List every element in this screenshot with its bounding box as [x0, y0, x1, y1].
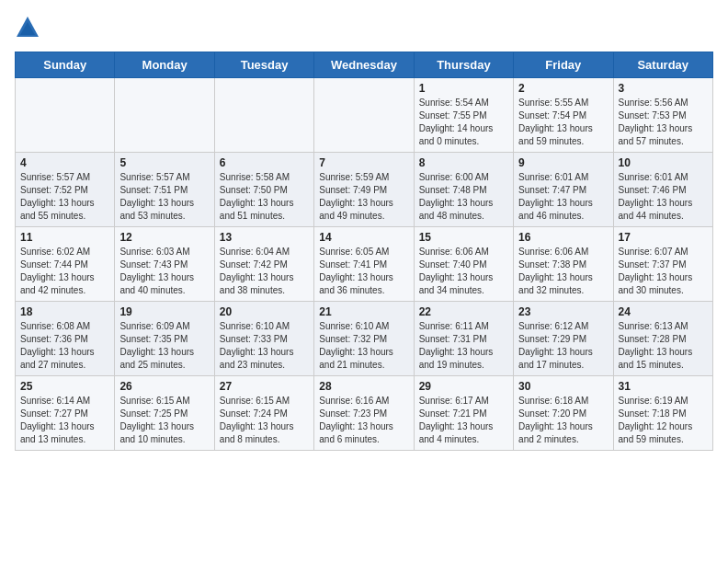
day-info: Sunrise: 6:08 AM Sunset: 7:36 PM Dayligh… — [20, 320, 109, 372]
day-number: 12 — [119, 231, 209, 244]
page-header — [15, 15, 713, 40]
day-number: 2 — [518, 82, 608, 95]
day-info: Sunrise: 6:06 AM Sunset: 7:38 PM Dayligh… — [518, 246, 608, 297]
calendar-cell: 15Sunrise: 6:06 AM Sunset: 7:40 PM Dayli… — [414, 227, 513, 302]
calendar-table: SundayMondayTuesdayWednesdayThursdayFrid… — [15, 52, 713, 451]
calendar-cell — [314, 78, 414, 153]
calendar-cell: 29Sunrise: 6:17 AM Sunset: 7:21 PM Dayli… — [414, 376, 513, 451]
calendar-cell: 30Sunrise: 6:18 AM Sunset: 7:20 PM Dayli… — [514, 376, 613, 451]
day-number: 21 — [319, 305, 408, 318]
day-number: 9 — [518, 156, 608, 169]
day-number: 13 — [220, 231, 309, 244]
day-number: 18 — [20, 305, 109, 318]
day-info: Sunrise: 6:15 AM Sunset: 7:25 PM Dayligh… — [119, 395, 209, 446]
day-of-week-header: Wednesday — [314, 52, 414, 78]
logo — [15, 15, 44, 40]
calendar-cell: 13Sunrise: 6:04 AM Sunset: 7:42 PM Dayli… — [214, 227, 313, 302]
day-info: Sunrise: 6:10 AM Sunset: 7:33 PM Dayligh… — [220, 320, 309, 372]
calendar-cell: 8Sunrise: 6:00 AM Sunset: 7:48 PM Daylig… — [414, 153, 513, 227]
day-of-week-header: Monday — [115, 52, 214, 78]
day-number: 20 — [220, 305, 309, 318]
day-info: Sunrise: 6:12 AM Sunset: 7:29 PM Dayligh… — [518, 320, 608, 372]
day-number: 31 — [619, 380, 708, 393]
calendar-cell: 10Sunrise: 6:01 AM Sunset: 7:46 PM Dayli… — [613, 153, 712, 227]
calendar-cell — [115, 78, 214, 153]
calendar-cell — [16, 78, 115, 153]
calendar-cell: 26Sunrise: 6:15 AM Sunset: 7:25 PM Dayli… — [115, 376, 214, 451]
calendar-cell: 25Sunrise: 6:14 AM Sunset: 7:27 PM Dayli… — [16, 376, 115, 451]
day-info: Sunrise: 6:01 AM Sunset: 7:47 PM Dayligh… — [518, 171, 608, 223]
day-number: 19 — [119, 305, 209, 318]
day-number: 25 — [20, 380, 109, 393]
day-info: Sunrise: 6:18 AM Sunset: 7:20 PM Dayligh… — [518, 395, 608, 446]
day-info: Sunrise: 6:10 AM Sunset: 7:32 PM Dayligh… — [319, 320, 408, 372]
day-info: Sunrise: 5:59 AM Sunset: 7:49 PM Dayligh… — [319, 171, 408, 223]
calendar-cell: 3Sunrise: 5:56 AM Sunset: 7:53 PM Daylig… — [613, 78, 712, 153]
day-number: 1 — [419, 82, 508, 95]
day-number: 3 — [619, 82, 708, 95]
day-info: Sunrise: 6:04 AM Sunset: 7:42 PM Dayligh… — [220, 246, 309, 297]
calendar-cell: 12Sunrise: 6:03 AM Sunset: 7:43 PM Dayli… — [115, 227, 214, 302]
day-number: 14 — [319, 231, 408, 244]
calendar-cell: 9Sunrise: 6:01 AM Sunset: 7:47 PM Daylig… — [514, 153, 613, 227]
day-number: 23 — [518, 305, 608, 318]
calendar-cell: 24Sunrise: 6:13 AM Sunset: 7:28 PM Dayli… — [613, 302, 712, 376]
day-number: 16 — [518, 231, 608, 244]
day-of-week-header: Thursday — [414, 52, 513, 78]
day-info: Sunrise: 6:09 AM Sunset: 7:35 PM Dayligh… — [119, 320, 209, 372]
day-info: Sunrise: 6:17 AM Sunset: 7:21 PM Dayligh… — [419, 395, 508, 446]
day-info: Sunrise: 6:03 AM Sunset: 7:43 PM Dayligh… — [119, 246, 209, 297]
day-of-week-header: Saturday — [613, 52, 712, 78]
day-number: 24 — [619, 305, 708, 318]
day-number: 5 — [119, 156, 209, 169]
day-number: 26 — [119, 380, 209, 393]
calendar-cell: 18Sunrise: 6:08 AM Sunset: 7:36 PM Dayli… — [16, 302, 115, 376]
calendar-cell: 21Sunrise: 6:10 AM Sunset: 7:32 PM Dayli… — [314, 302, 414, 376]
calendar-cell: 16Sunrise: 6:06 AM Sunset: 7:38 PM Dayli… — [514, 227, 613, 302]
calendar-cell: 1Sunrise: 5:54 AM Sunset: 7:55 PM Daylig… — [414, 78, 513, 153]
calendar-cell: 11Sunrise: 6:02 AM Sunset: 7:44 PM Dayli… — [16, 227, 115, 302]
day-info: Sunrise: 6:02 AM Sunset: 7:44 PM Dayligh… — [20, 246, 109, 297]
day-info: Sunrise: 5:57 AM Sunset: 7:51 PM Dayligh… — [119, 171, 209, 223]
day-number: 8 — [419, 156, 508, 169]
day-number: 22 — [419, 305, 508, 318]
day-number: 4 — [20, 156, 109, 169]
day-number: 15 — [419, 231, 508, 244]
day-of-week-header: Sunday — [16, 52, 115, 78]
day-number: 17 — [619, 231, 708, 244]
day-info: Sunrise: 6:00 AM Sunset: 7:48 PM Dayligh… — [419, 171, 508, 223]
day-info: Sunrise: 5:57 AM Sunset: 7:52 PM Dayligh… — [20, 171, 109, 223]
calendar-cell: 23Sunrise: 6:12 AM Sunset: 7:29 PM Dayli… — [514, 302, 613, 376]
calendar-cell: 6Sunrise: 5:58 AM Sunset: 7:50 PM Daylig… — [214, 153, 313, 227]
logo-icon — [15, 15, 40, 40]
day-info: Sunrise: 6:07 AM Sunset: 7:37 PM Dayligh… — [619, 246, 708, 297]
day-info: Sunrise: 5:56 AM Sunset: 7:53 PM Dayligh… — [619, 97, 708, 148]
calendar-cell: 14Sunrise: 6:05 AM Sunset: 7:41 PM Dayli… — [314, 227, 414, 302]
day-info: Sunrise: 6:13 AM Sunset: 7:28 PM Dayligh… — [619, 320, 708, 372]
calendar-cell: 19Sunrise: 6:09 AM Sunset: 7:35 PM Dayli… — [115, 302, 214, 376]
day-info: Sunrise: 6:01 AM Sunset: 7:46 PM Dayligh… — [619, 171, 708, 223]
day-number: 27 — [220, 380, 309, 393]
day-info: Sunrise: 5:55 AM Sunset: 7:54 PM Dayligh… — [518, 97, 608, 148]
day-of-week-header: Friday — [514, 52, 613, 78]
calendar-cell: 27Sunrise: 6:15 AM Sunset: 7:24 PM Dayli… — [214, 376, 313, 451]
day-number: 30 — [518, 380, 608, 393]
day-info: Sunrise: 5:58 AM Sunset: 7:50 PM Dayligh… — [220, 171, 309, 223]
day-info: Sunrise: 6:06 AM Sunset: 7:40 PM Dayligh… — [419, 246, 508, 297]
calendar-cell: 4Sunrise: 5:57 AM Sunset: 7:52 PM Daylig… — [16, 153, 115, 227]
day-info: Sunrise: 6:16 AM Sunset: 7:23 PM Dayligh… — [319, 395, 408, 446]
day-info: Sunrise: 6:15 AM Sunset: 7:24 PM Dayligh… — [220, 395, 309, 446]
day-of-week-header: Tuesday — [214, 52, 313, 78]
calendar-cell: 20Sunrise: 6:10 AM Sunset: 7:33 PM Dayli… — [214, 302, 313, 376]
calendar-cell — [214, 78, 313, 153]
calendar-cell: 22Sunrise: 6:11 AM Sunset: 7:31 PM Dayli… — [414, 302, 513, 376]
day-number: 10 — [619, 156, 708, 169]
day-number: 29 — [419, 380, 508, 393]
day-info: Sunrise: 5:54 AM Sunset: 7:55 PM Dayligh… — [419, 97, 508, 148]
day-number: 28 — [319, 380, 408, 393]
calendar-cell: 31Sunrise: 6:19 AM Sunset: 7:18 PM Dayli… — [613, 376, 712, 451]
calendar-cell: 2Sunrise: 5:55 AM Sunset: 7:54 PM Daylig… — [514, 78, 613, 153]
calendar-cell: 5Sunrise: 5:57 AM Sunset: 7:51 PM Daylig… — [115, 153, 214, 227]
calendar-cell: 28Sunrise: 6:16 AM Sunset: 7:23 PM Dayli… — [314, 376, 414, 451]
day-number: 7 — [319, 156, 408, 169]
